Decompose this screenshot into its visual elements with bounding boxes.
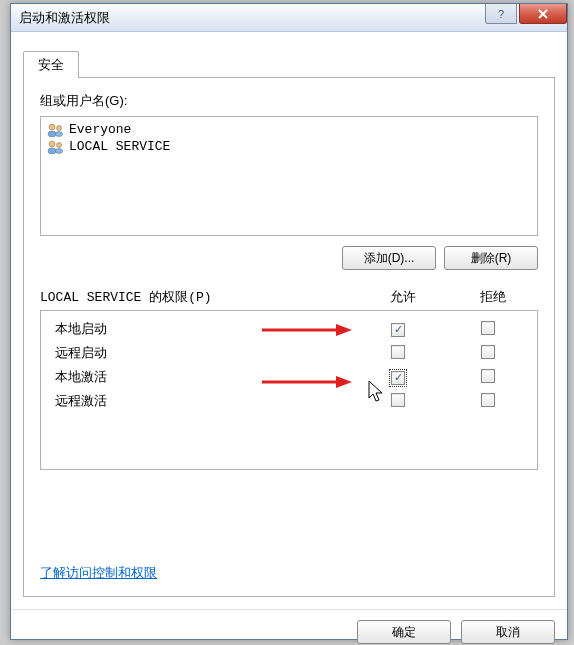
deny-checkbox-remote-launch[interactable] xyxy=(481,345,495,359)
titlebar: 启动和激活权限 ? xyxy=(11,4,567,32)
deny-checkbox-local-launch[interactable] xyxy=(481,321,495,335)
close-button[interactable] xyxy=(519,4,567,24)
permission-row: 远程启动 xyxy=(45,341,533,365)
allow-checkbox-local-activate[interactable] xyxy=(391,371,405,385)
permissions-listbox: 本地启动 远程启动 本地激活 xyxy=(40,310,538,470)
tab-panel: 组或用户名(G): Everyone LOCAL SERVICE xyxy=(23,77,555,597)
permission-label: 本地启动 xyxy=(55,320,353,338)
svg-point-3 xyxy=(49,124,55,130)
deny-checkbox-local-activate[interactable] xyxy=(481,369,495,383)
list-item[interactable]: Everyone xyxy=(45,121,533,138)
list-item-label: LOCAL SERVICE xyxy=(69,139,170,154)
permission-label: 远程激活 xyxy=(55,392,353,410)
svg-point-7 xyxy=(49,141,55,147)
allow-checkbox-local-launch[interactable] xyxy=(391,323,405,337)
window-title: 启动和激活权限 xyxy=(19,9,110,27)
remove-button[interactable]: 删除(R) xyxy=(444,246,538,270)
groups-listbox[interactable]: Everyone LOCAL SERVICE xyxy=(40,116,538,236)
users-icon xyxy=(47,123,65,137)
list-item-label: Everyone xyxy=(69,122,131,137)
add-button[interactable]: 添加(D)... xyxy=(342,246,436,270)
svg-point-10 xyxy=(56,148,63,153)
svg-point-5 xyxy=(57,125,62,130)
svg-text:?: ? xyxy=(498,8,504,20)
tab-security[interactable]: 安全 xyxy=(23,51,79,78)
allow-checkbox-remote-activate[interactable] xyxy=(391,393,405,407)
permissions-header: LOCAL SERVICE 的权限(P) xyxy=(40,288,358,306)
svg-point-4 xyxy=(48,131,56,137)
svg-point-9 xyxy=(57,142,62,147)
learn-more-link[interactable]: 了解访问控制和权限 xyxy=(40,564,157,582)
deny-column-header: 拒绝 xyxy=(448,288,538,306)
ok-button[interactable]: 确定 xyxy=(357,620,451,644)
list-item[interactable]: LOCAL SERVICE xyxy=(45,138,533,155)
permissions-dialog: 启动和激活权限 ? 安全 组或用户名(G): xyxy=(10,3,568,640)
allow-column-header: 允许 xyxy=(358,288,448,306)
svg-point-6 xyxy=(56,131,63,136)
cancel-button[interactable]: 取消 xyxy=(461,620,555,644)
users-icon xyxy=(47,140,65,154)
permission-row: 本地激活 xyxy=(45,365,533,389)
permission-label: 本地激活 xyxy=(55,368,353,386)
groups-label: 组或用户名(G): xyxy=(40,92,538,110)
permission-row: 本地启动 xyxy=(45,317,533,341)
permission-label: 远程启动 xyxy=(55,344,353,362)
svg-point-8 xyxy=(48,148,56,154)
deny-checkbox-remote-activate[interactable] xyxy=(481,393,495,407)
allow-checkbox-remote-launch[interactable] xyxy=(391,345,405,359)
help-button[interactable]: ? xyxy=(485,4,517,24)
permission-row: 远程激活 xyxy=(45,389,533,413)
